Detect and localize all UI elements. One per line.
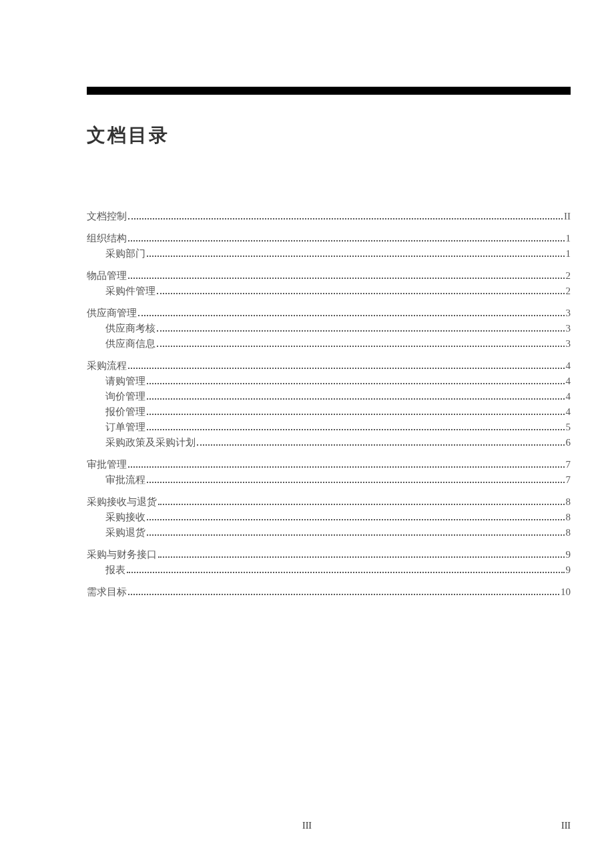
toc-entry-level-2: 采购部门1 (87, 247, 571, 261)
toc-entry-level-2: 审批流程7 (87, 473, 571, 487)
toc-label: 采购接收 (105, 510, 145, 524)
toc-label: 报价管理 (105, 405, 145, 419)
toc-page-number: 2 (566, 269, 571, 283)
toc-entry-level-2: 报价管理4 (87, 405, 571, 419)
toc-label: 需求目标 (87, 585, 127, 599)
toc-label: 采购政策及采购计划 (105, 436, 196, 450)
toc-leader-dots (147, 398, 565, 400)
toc-page-number: 1 (566, 247, 571, 261)
toc-leader-dots (147, 414, 565, 415)
toc-page-number: 10 (561, 585, 571, 599)
toc-leader-dots (157, 346, 565, 347)
toc-label: 供应商考核 (105, 322, 156, 336)
toc-leader-dots (128, 240, 565, 242)
toc-leader-dots (128, 466, 565, 468)
toc-page-number: 3 (566, 322, 571, 336)
toc-label: 采购与财务接口 (87, 548, 157, 562)
toc-page-number: 3 (566, 306, 571, 320)
table-of-contents: 文档控制II组织结构1采购部门1物品管理2采购件管理2供应商管理3供应商考核3供… (87, 209, 571, 599)
toc-label: 采购件管理 (105, 284, 156, 298)
toc-section: 需求目标10 (87, 585, 571, 599)
toc-entry-level-1: 采购与财务接口9 (87, 548, 571, 562)
toc-page-number: 4 (566, 390, 571, 404)
toc-leader-dots (128, 278, 565, 279)
toc-page-number: II (564, 209, 571, 224)
toc-entry-level-2: 采购件管理2 (87, 284, 571, 298)
toc-page-number: 3 (566, 337, 571, 351)
toc-label: 订单管理 (105, 420, 145, 434)
toc-entry-level-2: 采购政策及采购计划6 (87, 436, 571, 450)
toc-entry-level-2: 采购接收8 (87, 510, 571, 524)
toc-entry-level-2: 请购管理4 (87, 374, 571, 388)
toc-label: 报表 (105, 563, 125, 577)
toc-entry-level-1: 需求目标10 (87, 585, 571, 599)
toc-leader-dots (147, 534, 565, 536)
toc-label: 采购部门 (105, 247, 145, 261)
toc-entry-level-2: 报表9 (87, 563, 571, 577)
toc-leader-dots (157, 293, 565, 294)
toc-leader-dots (128, 218, 563, 220)
toc-label: 供应商管理 (87, 306, 137, 320)
toc-entry-level-1: 组织结构1 (87, 232, 571, 246)
toc-page-number: 6 (566, 436, 571, 450)
toc-leader-dots (147, 429, 565, 430)
toc-section: 组织结构1采购部门1 (87, 232, 571, 261)
toc-page-number: 8 (566, 526, 571, 540)
toc-label: 采购退货 (105, 526, 145, 540)
toc-page-number: 7 (566, 473, 571, 487)
footer-page-right: III (561, 821, 571, 831)
toc-page-number: 9 (566, 563, 571, 577)
toc-leader-dots (138, 315, 565, 316)
toc-label: 审批管理 (87, 458, 127, 472)
toc-leader-dots (128, 368, 565, 369)
toc-leader-dots (147, 519, 565, 520)
toc-section: 物品管理2采购件管理2 (87, 269, 571, 298)
toc-label: 询价管理 (105, 390, 145, 404)
toc-page-number: 9 (566, 548, 571, 562)
toc-page-number: 2 (566, 284, 571, 298)
toc-entry-level-1: 文档控制II (87, 209, 571, 224)
toc-label: 采购接收与退货 (87, 495, 157, 509)
toc-section: 采购与财务接口9报表9 (87, 548, 571, 577)
toc-leader-dots (147, 482, 565, 483)
page-title: 文档目录 (87, 123, 571, 148)
toc-page-number: 7 (566, 458, 571, 472)
toc-entry-level-1: 采购接收与退货8 (87, 495, 571, 509)
toc-entry-level-1: 供应商管理3 (87, 306, 571, 320)
toc-leader-dots (158, 556, 565, 558)
toc-entry-level-1: 物品管理2 (87, 269, 571, 283)
toc-section: 采购接收与退货8采购接收8采购退货8 (87, 495, 571, 540)
toc-label: 采购流程 (87, 359, 127, 373)
toc-entry-level-2: 供应商信息3 (87, 337, 571, 351)
toc-leader-dots (147, 256, 565, 257)
header-bar (87, 87, 571, 95)
document-page: 文档目录 文档控制II组织结构1采购部门1物品管理2采购件管理2供应商管理3供应… (0, 0, 614, 599)
toc-section: 文档控制II (87, 209, 571, 224)
toc-leader-dots (197, 444, 565, 446)
page-footer: III III (0, 821, 614, 831)
toc-page-number: 5 (566, 420, 571, 434)
toc-leader-dots (147, 383, 565, 384)
toc-page-number: 8 (566, 510, 571, 524)
toc-page-number: 4 (566, 405, 571, 419)
toc-leader-dots (128, 594, 559, 595)
toc-label: 审批流程 (105, 473, 145, 487)
toc-section: 审批管理7审批流程7 (87, 458, 571, 487)
footer-page-center: III (302, 821, 312, 831)
toc-entry-level-2: 订单管理5 (87, 420, 571, 434)
toc-entry-level-1: 审批管理7 (87, 458, 571, 472)
toc-entry-level-1: 采购流程4 (87, 359, 571, 373)
toc-section: 采购流程4请购管理4询价管理4报价管理4订单管理5采购政策及采购计划6 (87, 359, 571, 450)
toc-label: 供应商信息 (105, 337, 156, 351)
toc-leader-dots (127, 572, 565, 573)
toc-entry-level-2: 供应商考核3 (87, 322, 571, 336)
toc-page-number: 4 (566, 359, 571, 373)
toc-label: 物品管理 (87, 269, 127, 283)
toc-label: 文档控制 (87, 209, 127, 224)
toc-label: 请购管理 (105, 374, 145, 388)
toc-entry-level-2: 询价管理4 (87, 390, 571, 404)
toc-leader-dots (158, 504, 565, 505)
toc-leader-dots (157, 330, 565, 332)
toc-page-number: 1 (566, 232, 571, 246)
toc-section: 供应商管理3供应商考核3供应商信息3 (87, 306, 571, 351)
